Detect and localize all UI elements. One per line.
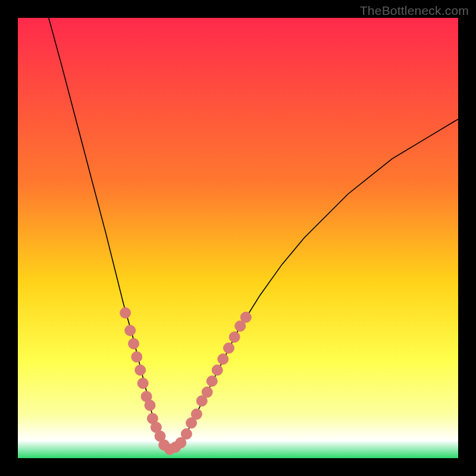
curve-marker bbox=[240, 312, 251, 322]
curve-marker bbox=[212, 365, 223, 375]
chart-svg bbox=[18, 18, 458, 458]
curve-marker bbox=[135, 365, 146, 375]
curve-marker bbox=[129, 339, 139, 349]
curve-marker bbox=[125, 325, 136, 336]
curve-marker bbox=[229, 332, 240, 343]
curve-marker bbox=[218, 354, 228, 365]
gradient-background bbox=[18, 18, 458, 458]
curve-marker bbox=[120, 308, 131, 318]
curve-marker bbox=[224, 343, 234, 353]
curve-marker bbox=[131, 352, 142, 362]
curve-marker bbox=[145, 400, 155, 411]
chart-frame: TheBottleneck.com bbox=[0, 0, 476, 476]
curve-marker bbox=[191, 409, 202, 419]
curve-marker bbox=[206, 376, 217, 387]
chart-plot-area bbox=[18, 18, 458, 458]
curve-marker bbox=[137, 378, 148, 389]
curve-marker bbox=[202, 387, 212, 397]
watermark-text: TheBottleneck.com bbox=[360, 4, 469, 18]
curve-marker bbox=[181, 428, 192, 439]
